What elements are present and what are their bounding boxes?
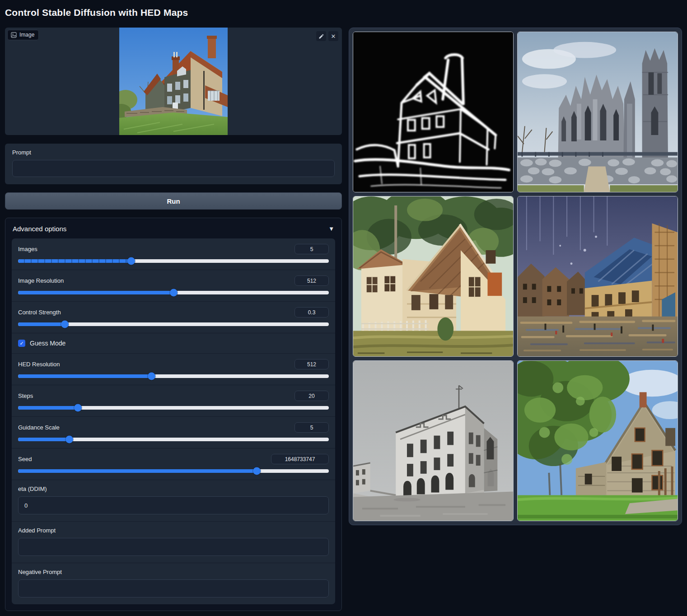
guess-mode-checkbox[interactable]: ✓ Guess Mode (12, 333, 335, 353)
prompt-panel: Prompt (5, 144, 342, 184)
control-strength-slider[interactable] (18, 322, 329, 326)
main-layout: Image ✕ (0, 28, 687, 611)
eta-row: eta (DDIM) (12, 480, 335, 522)
result-gallery (349, 28, 682, 525)
gallery-item-painted-house[interactable] (353, 196, 514, 357)
slider-fill (18, 469, 257, 473)
slider-thumb[interactable] (61, 321, 69, 328)
seed-slider[interactable] (18, 469, 329, 473)
guess-mode-label: Guess Mode (30, 340, 65, 347)
gallery-item-stone-house[interactable] (517, 360, 678, 521)
slider-thumb[interactable] (74, 404, 82, 412)
input-image-panel[interactable]: Image ✕ (5, 28, 342, 135)
images-value-input[interactable] (294, 244, 329, 254)
seed-row: Seed (12, 448, 335, 480)
run-button[interactable]: Run (5, 192, 342, 210)
chevron-down-icon: ▼ (328, 225, 334, 232)
gallery-item-grayscale-building[interactable] (353, 360, 514, 521)
painterly-scene-image (518, 196, 678, 356)
gallery-item-hed-map[interactable] (353, 32, 514, 192)
added-prompt-input[interactable] (18, 538, 329, 556)
image-resolution-slider[interactable] (18, 291, 329, 294)
gallery-item-painterly-scene[interactable] (517, 196, 678, 357)
slider-fill (18, 259, 131, 263)
image-resolution-label: Image Resolution (18, 277, 64, 284)
stone-house-image (518, 361, 678, 521)
image-component-label: Image (19, 32, 34, 38)
accordion-title: Advanced options (13, 225, 66, 233)
added-prompt-row: Added Prompt (12, 522, 335, 563)
clear-image-button[interactable]: ✕ (328, 31, 338, 41)
steps-row: Steps (12, 385, 335, 417)
steps-value-input[interactable] (294, 391, 329, 401)
negative-prompt-input[interactable] (18, 579, 329, 597)
slider-thumb[interactable] (148, 373, 155, 380)
steps-label: Steps (18, 392, 33, 399)
guidance-scale-label: Guidance Scale (18, 424, 60, 431)
eta-input[interactable] (18, 496, 329, 514)
image-resolution-row: Image Resolution (12, 270, 335, 302)
guidance-scale-value-input[interactable] (294, 422, 329, 433)
painted-house-image (353, 196, 513, 356)
slider-fill (18, 406, 78, 410)
steps-slider[interactable] (18, 406, 329, 410)
hed-resolution-label: HED Resolution (18, 361, 60, 368)
close-icon: ✕ (331, 33, 336, 40)
slider-thumb[interactable] (127, 257, 135, 265)
control-strength-value-input[interactable] (294, 307, 329, 317)
slider-fill (18, 322, 65, 326)
grayscale-building-image (353, 361, 513, 521)
added-prompt-label: Added Prompt (18, 527, 329, 534)
edit-image-button[interactable] (316, 31, 326, 41)
hed-resolution-value-input[interactable] (294, 359, 329, 369)
advanced-options-form: Images Image Resolution (12, 238, 335, 604)
seed-label: Seed (18, 456, 32, 462)
advanced-options-accordion: Advanced options ▼ Images Image (5, 218, 342, 611)
page-title: Control Stable Diffusion with HED Maps (0, 0, 687, 18)
images-row: Images (12, 238, 335, 270)
image-component-tab: Image (7, 30, 39, 40)
pencil-icon (318, 33, 324, 39)
slider-fill (18, 291, 173, 294)
gallery-item-cathedral[interactable] (517, 32, 678, 192)
prompt-input[interactable] (12, 160, 335, 177)
image-resolution-value-input[interactable] (294, 275, 329, 286)
control-strength-row: Control Strength (12, 302, 335, 333)
uploaded-image (119, 28, 228, 135)
checkbox-check-icon: ✓ (18, 340, 25, 347)
images-slider[interactable] (18, 259, 329, 263)
hed-resolution-row: HED Resolution (12, 353, 335, 385)
image-actions: ✕ (316, 31, 338, 41)
slider-thumb[interactable] (65, 436, 73, 443)
accordion-toggle[interactable]: Advanced options ▼ (12, 218, 335, 238)
controls-column: Image ✕ (5, 28, 342, 611)
seed-value-input[interactable] (271, 454, 329, 464)
slider-fill (18, 438, 69, 441)
image-icon (11, 32, 17, 38)
negative-prompt-row: Negative Prompt (12, 563, 335, 604)
slider-thumb[interactable] (253, 467, 261, 475)
negative-prompt-label: Negative Prompt (18, 569, 329, 575)
hed-map-image (353, 32, 513, 192)
eta-label: eta (DDIM) (18, 485, 329, 492)
slider-fill (18, 374, 151, 378)
images-label: Images (18, 246, 37, 252)
hed-resolution-slider[interactable] (18, 374, 329, 378)
control-strength-label: Control Strength (18, 309, 61, 316)
slider-thumb[interactable] (170, 289, 178, 297)
guidance-scale-slider[interactable] (18, 438, 329, 441)
guidance-scale-row: Guidance Scale (12, 417, 335, 448)
prompt-label: Prompt (12, 149, 335, 156)
cathedral-image (518, 32, 678, 192)
